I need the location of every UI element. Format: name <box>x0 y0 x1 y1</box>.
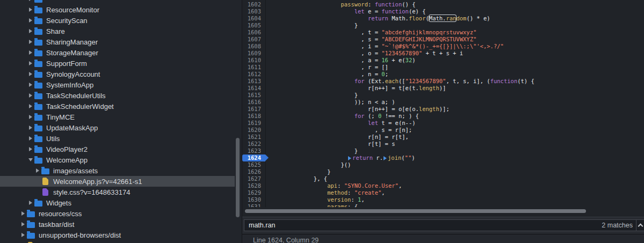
disclosure-right-icon[interactable] <box>29 201 32 205</box>
disclosure-right-icon[interactable] <box>29 8 32 12</box>
disclosure-right-icon[interactable] <box>29 61 32 65</box>
line-number[interactable]: 1626 <box>242 168 265 175</box>
disclosure-box <box>19 240 27 243</box>
line-number[interactable]: 1614 <box>242 85 265 92</box>
line-number[interactable]: 1619 <box>242 120 265 127</box>
tree-item-label: UpdateMaskApp <box>46 124 98 132</box>
disclosure-right-icon[interactable] <box>29 40 32 44</box>
line-number[interactable]: 1611 <box>242 64 265 71</box>
disclosure-box <box>27 79 34 90</box>
disclosure-right-icon[interactable] <box>29 147 32 151</box>
code-line: 1625 }() <box>242 161 644 168</box>
line-number[interactable]: 1627 <box>242 175 265 182</box>
line-number[interactable]: 1622 <box>242 141 265 148</box>
find-previous-button[interactable] <box>636 220 644 231</box>
tree-item[interactable]: style.css?v=1648633174 <box>0 187 235 197</box>
tree-item[interactable]: Widgets <box>0 197 235 208</box>
tree-item[interactable]: taskbar/dist <box>0 219 235 230</box>
tree-item[interactable]: WelcomeApp.js?v=42661-s1 <box>0 176 235 187</box>
tree-item[interactable]: VideoPlayer2 <box>0 144 235 154</box>
current-line-number[interactable]: 1624 <box>242 154 265 161</box>
disclosure-down-icon[interactable] <box>28 158 33 161</box>
sidebar-scrollbar-thumb[interactable] <box>236 138 240 217</box>
tree-item[interactable]: SecurityScan <box>0 15 235 26</box>
tree-item-label: SystemInfoApp <box>46 81 93 89</box>
source-editor: 1602 password: function() {1603 let e = … <box>242 0 644 243</box>
tree-item[interactable]: StorageManager <box>0 47 235 58</box>
code-lines: 1602 password: function() {1603 let e = … <box>242 0 644 207</box>
line-number[interactable]: 1602 <box>242 1 265 8</box>
line-number[interactable]: 1609 <box>242 50 265 57</box>
line-number[interactable]: 1625 <box>242 161 265 168</box>
line-number[interactable]: 1603 <box>242 8 265 15</box>
line-number[interactable]: 1631 <box>242 203 265 207</box>
tree-item[interactable]: UpdateMaskApp <box>0 122 235 133</box>
line-number[interactable]: 1606 <box>242 29 265 36</box>
disclosure-right-icon[interactable] <box>29 50 32 55</box>
line-number[interactable]: 1623 <box>242 148 265 154</box>
folder-icon <box>34 50 42 56</box>
tree-item-label: unsupported-browsers/dist <box>39 231 121 239</box>
horizontal-scrollbar-thumb[interactable] <box>245 209 586 213</box>
line-number[interactable]: 1630 <box>242 196 265 203</box>
line-number[interactable]: 1613 <box>242 78 265 85</box>
line-number[interactable]: 1608 <box>242 43 265 50</box>
tree-item-label: taskbar/dist <box>39 220 74 229</box>
line-number[interactable]: 1607 <box>242 36 265 43</box>
tree-item[interactable]: unsupported-browsers/dist <box>0 230 235 240</box>
line-number[interactable]: 1629 <box>242 189 265 196</box>
code-line: 1607 , s = "ABCDEFGHIJKLMNOPQRSTUVWXYZ" <box>242 36 644 43</box>
tree-item[interactable]: Share <box>0 26 235 36</box>
line-number[interactable]: 1616 <box>242 99 265 106</box>
code-line: 1614 r[n++] = t[e(t.length)] <box>242 85 644 92</box>
disclosure-right-icon[interactable] <box>29 115 32 119</box>
disclosure-box <box>34 165 41 176</box>
tree-item[interactable]: SystemInfoApp <box>0 79 235 90</box>
tree-item[interactable]: Utils <box>0 133 235 144</box>
tree-item[interactable]: TinyMCE <box>0 112 235 122</box>
line-number[interactable]: 1610 <box>242 57 265 64</box>
line-number[interactable]: 1620 <box>242 127 265 134</box>
folder-icon <box>41 168 49 174</box>
disclosure-right-icon[interactable] <box>29 93 32 98</box>
disclosure-right-icon[interactable] <box>36 168 39 173</box>
disclosure-right-icon[interactable] <box>29 104 32 108</box>
line-number[interactable]: 1604 <box>242 15 265 22</box>
code-line: 1612 , n = 0; <box>242 71 644 78</box>
tree-item[interactable]: resources/css <box>0 208 235 219</box>
find-input[interactable] <box>244 220 620 231</box>
disclosure-right-icon[interactable] <box>29 126 32 130</box>
tree-item[interactable]: SynologyAccount <box>0 69 235 79</box>
code-text: params: { <box>265 203 358 207</box>
line-number[interactable]: 1628 <box>242 182 265 189</box>
disclosure-right-icon[interactable] <box>21 211 25 216</box>
line-number[interactable]: 1621 <box>242 134 265 141</box>
line-number[interactable]: 1612 <box>242 71 265 78</box>
disclosure-right-icon[interactable] <box>21 233 25 237</box>
line-number[interactable]: 1605 <box>242 22 265 29</box>
line-number[interactable]: 1615 <box>242 92 265 99</box>
folder-icon <box>34 201 42 207</box>
tree-item[interactable] <box>0 240 235 243</box>
tree-item[interactable]: TaskSchedulerWidget <box>0 101 235 112</box>
folder-icon <box>34 126 42 131</box>
disclosure-right-icon[interactable] <box>29 136 32 141</box>
tree-item[interactable]: SharingManager <box>0 36 235 47</box>
tree-item[interactable] <box>0 0 235 4</box>
folder-icon <box>34 61 42 67</box>
disclosure-right-icon[interactable] <box>21 222 25 226</box>
tree-item[interactable]: WelcomeApp <box>0 154 235 165</box>
line-number[interactable]: 1618 <box>242 113 265 120</box>
code-line: 1604 return Math.floor(Math.random() * e… <box>242 15 644 22</box>
tree-item[interactable]: ResourceMonitor <box>0 4 235 15</box>
tree-item[interactable]: images/assets <box>0 165 235 176</box>
line-number[interactable]: 1617 <box>242 106 265 113</box>
folder-icon <box>27 233 35 239</box>
disclosure-right-icon[interactable] <box>29 83 32 87</box>
disclosure-right-icon[interactable] <box>29 0 32 1</box>
disclosure-right-icon[interactable] <box>29 72 32 76</box>
tree-item[interactable]: TaskSchedulerUtils <box>0 90 235 101</box>
disclosure-right-icon[interactable] <box>29 29 32 33</box>
disclosure-right-icon[interactable] <box>29 18 32 23</box>
tree-item[interactable]: SupportForm <box>0 58 235 69</box>
